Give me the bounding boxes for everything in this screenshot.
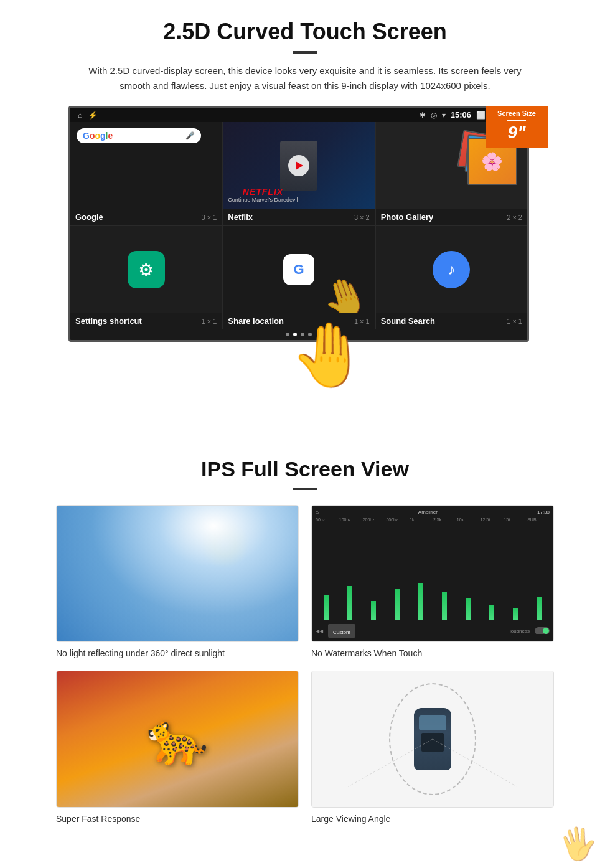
eq-bar-10: [528, 524, 550, 620]
amplifier-visual: ⌂ Amplifier 17:33 60hz 100hz 200hz 500hz…: [312, 506, 553, 641]
freq-10k: 10k: [457, 517, 479, 522]
car-image: [311, 671, 554, 808]
share-cell-content: G 🤚: [223, 226, 374, 313]
feature-car: Large Viewing Angle: [311, 671, 554, 824]
feature-sunlight: No light reflecting under 360° direct su…: [56, 505, 299, 658]
freq-15k: 15k: [504, 517, 526, 522]
eq-bar-8-fill: [489, 605, 494, 620]
eq-bar-9: [505, 524, 526, 620]
amp-custom-btn[interactable]: Custom: [328, 624, 355, 638]
freq-12k5: 12.5k: [481, 517, 503, 522]
cheetah-visual: 🐆: [57, 671, 298, 807]
eq-bar-2-fill: [347, 586, 352, 620]
google-size: 3 × 1: [202, 214, 217, 221]
netflix-app-cell[interactable]: NETFLIX Continue Marvel's Daredevil Netf…: [223, 122, 374, 225]
eq-bar-9-fill: [513, 608, 518, 620]
dot-3[interactable]: [301, 333, 304, 336]
sound-label: Sound Search: [381, 316, 435, 326]
sunlight-caption: No light reflecting under 360° direct su…: [56, 648, 299, 658]
amp-arrow-left[interactable]: ◀◀: [316, 628, 323, 634]
screen-size-badge: Screen Size 9": [486, 106, 548, 148]
amp-loudness-toggle[interactable]: [535, 627, 550, 634]
eq-bar-5-fill: [418, 583, 423, 620]
wifi-icon: ▾: [442, 111, 446, 120]
feature-cheetah: 🐆 Super Fast Response: [56, 671, 299, 824]
car-top-view: [414, 708, 451, 770]
dot-4[interactable]: [308, 333, 312, 336]
device-mockup: Screen Size 9" ⌂ ⚡ ✱ ◎ ▾ 15:06 ⬜ ◁ ▣: [68, 106, 542, 342]
amp-header: ⌂ Amplifier 17:33: [316, 509, 550, 515]
sound-search-cell[interactable]: ♪ Sound Search 1 × 1: [376, 226, 527, 329]
usb-icon: ⚡: [88, 111, 98, 120]
share-size: 1 × 1: [354, 318, 370, 325]
maps-icon: G: [283, 254, 314, 285]
sunlight-overlay: [57, 506, 298, 641]
section2-underline: [293, 488, 317, 490]
bluetooth-icon: ✱: [420, 111, 426, 120]
eq-bar-7-fill: [466, 598, 471, 620]
freq-500: 500hz: [386, 517, 408, 522]
amplifier-image: ⌂ Amplifier 17:33 60hz 100hz 200hz 500hz…: [311, 505, 554, 642]
home-icon[interactable]: ⌂: [78, 111, 82, 120]
google-app-cell[interactable]: Google 🎤 Google 3 × 1: [70, 122, 222, 225]
section1-description: With 2.5D curved-display screen, this de…: [87, 64, 523, 93]
eq-bar-4: [387, 524, 408, 620]
eq-bar-4-fill: [395, 589, 400, 620]
car-windshield: [419, 715, 446, 730]
eq-bar-1: [316, 524, 337, 620]
netflix-logo-text: NETFLIX: [228, 187, 298, 197]
car-visual: [312, 671, 553, 807]
car-caption: Large Viewing Angle: [311, 814, 554, 824]
eq-bar-3-fill: [371, 601, 376, 620]
settings-label-row: Settings shortcut 1 × 1: [70, 313, 222, 329]
share-label-row: Share location 1 × 1: [223, 313, 374, 329]
netflix-label-row: Netflix 3 × 2: [223, 209, 374, 225]
eq-bars-container: [316, 524, 550, 620]
section-curved-screen: 2.5D Curved Touch Screen With 2.5D curve…: [0, 0, 610, 351]
netflix-subtitle-text: Continue Marvel's Daredevil: [228, 197, 298, 203]
freq-200: 200hz: [363, 517, 385, 522]
eq-bar-1-fill: [324, 595, 329, 620]
share-location-cell[interactable]: G 🤚 Share location 1 × 1: [223, 226, 374, 329]
google-search-bar[interactable]: Google 🎤: [77, 128, 201, 143]
cheetah-icon: 🐆: [146, 710, 209, 768]
feature-grid: No light reflecting under 360° direct su…: [37, 505, 573, 824]
netflix-label: Netflix: [228, 212, 253, 222]
play-triangle-icon: [296, 161, 303, 170]
camera-icon[interactable]: ⬜: [476, 111, 486, 120]
section-divider: [25, 432, 585, 432]
android-screen: ⌂ ⚡ ✱ ◎ ▾ 15:06 ⬜ ◁ ▣ ▭: [68, 106, 529, 342]
pointing-hand-icon: 🤚: [316, 268, 375, 313]
freq-2k5: 2.5k: [433, 517, 456, 522]
google-label-row: Google 3 × 1: [70, 209, 222, 225]
eq-bar-6: [434, 524, 455, 620]
sound-label-row: Sound Search 1 × 1: [376, 313, 527, 329]
freq-sub: SUB: [527, 517, 550, 522]
amp-freq-labels: 60hz 100hz 200hz 500hz 1k 2.5k 10k 12.5k…: [316, 517, 550, 522]
google-cell-content: Google 🎤: [70, 122, 222, 209]
title-underline: [293, 51, 317, 54]
dot-1[interactable]: [286, 333, 289, 336]
eq-bar-3: [363, 524, 384, 620]
google-logo: Google: [83, 131, 113, 141]
play-button[interactable]: [288, 155, 309, 176]
amp-bottom-controls: ◀◀ Custom loudness: [316, 620, 550, 638]
sunlight-visual: [57, 506, 298, 641]
photo-label-row: Photo Gallery 2 × 2: [376, 209, 527, 225]
settings-cell[interactable]: ⚙ Settings shortcut 1 × 1: [70, 226, 222, 329]
amp-custom-label: Custom: [333, 630, 350, 635]
settings-size: 1 × 1: [202, 318, 217, 325]
mic-icon[interactable]: 🎤: [185, 131, 195, 140]
status-bar-left: ⌂ ⚡: [78, 111, 98, 120]
settings-label: Settings shortcut: [75, 316, 142, 326]
maps-g-letter: G: [293, 262, 304, 278]
pagination-dots: [70, 329, 527, 340]
amplifier-caption: No Watermarks When Touch: [311, 648, 554, 658]
eq-bar-8: [481, 524, 502, 620]
netflix-cell-content: NETFLIX Continue Marvel's Daredevil: [223, 122, 374, 209]
eq-bar-5: [410, 524, 431, 620]
eq-bar-6-fill: [442, 592, 447, 620]
dot-2[interactable]: [293, 333, 297, 336]
freq-1k: 1k: [410, 517, 432, 522]
eq-bar-10-fill: [537, 597, 542, 620]
